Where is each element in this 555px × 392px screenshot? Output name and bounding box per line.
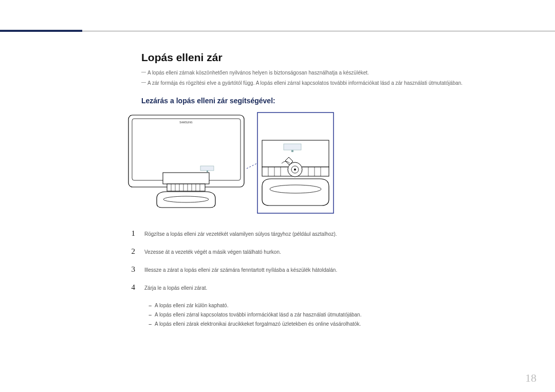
step-text: Illessze a zárat a lopás elleni zár szám… (144, 265, 337, 273)
step-item: 4 Zárja le a lopás elleni zárat. (126, 283, 532, 292)
lock-detail-illustration (257, 112, 334, 215)
svg-rect-18 (284, 144, 301, 150)
step-number: 1 (126, 229, 135, 238)
subsection-heading: Lezárás a lopás elleni zár segítségével: (141, 97, 532, 105)
step-text: Vezesse át a vezeték végét a másik végen… (144, 247, 281, 255)
step-number: 3 (126, 265, 135, 274)
sub-note: A lopás elleni zárak elektronikai árucik… (126, 320, 532, 329)
section-heading: Lopás elleni zár (141, 51, 532, 64)
sub-note: A lopás elleni zárral kapcsolatos tovább… (126, 310, 532, 320)
svg-line-15 (247, 163, 257, 169)
diagram: SAMSUNG (126, 112, 532, 215)
svg-rect-19 (291, 150, 293, 152)
svg-rect-5 (167, 184, 205, 191)
step-number: 4 (126, 283, 135, 292)
step-text: Zárja le a lopás elleni zárat. (144, 283, 207, 291)
intro-note: A lopás elleni zárnak köszönhetően nyilv… (141, 69, 532, 77)
sub-note: A lopás elleni zár külön kapható. (126, 301, 532, 310)
callout-connector (247, 112, 257, 215)
page-number: 18 (525, 371, 536, 385)
svg-rect-4 (207, 171, 208, 172)
svg-point-29 (294, 169, 296, 171)
step-number: 2 (126, 247, 135, 256)
page-content: Lopás elleni zár A lopás elleni zárnak k… (141, 51, 532, 329)
monitor-illustration: SAMSUNG (126, 112, 247, 215)
intro-note: A zár formája és rögzítési elve a gyártó… (141, 79, 532, 87)
brand-label: SAMSUNG (179, 121, 192, 124)
header-rule (0, 31, 555, 31)
step-item: 3 Illessze a zárat a lopás elleni zár sz… (126, 265, 532, 274)
svg-rect-3 (200, 166, 214, 171)
step-text: Rögzítse a lopás elleni zár vezetékét va… (144, 229, 337, 237)
steps-list: 1 Rögzítse a lopás elleni zár vezetékét … (126, 229, 532, 329)
header-accent-bar (0, 30, 82, 32)
svg-rect-2 (163, 173, 209, 184)
step-item: 2 Vezesse át a vezeték végét a másik vég… (126, 247, 532, 256)
step-item: 1 Rögzítse a lopás elleni zár vezetékét … (126, 229, 532, 238)
